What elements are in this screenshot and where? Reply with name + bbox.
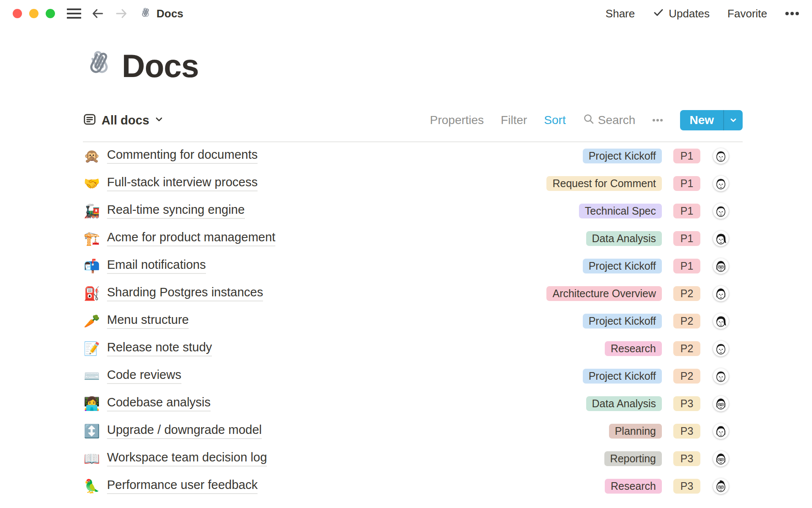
doc-title-link[interactable]: Upgrade / downgrade model (107, 423, 262, 439)
table-row[interactable]: 👩‍💻Codebase analysisData AnalysisP3 (83, 390, 743, 417)
assignee-avatar-man-short-hair (713, 148, 729, 164)
check-icon (653, 6, 664, 21)
doc-title-link[interactable]: Release note study (107, 341, 212, 357)
doc-type-tag[interactable]: Project Kickoff (583, 259, 662, 273)
locomotive-emoji: 🚂 (83, 204, 101, 218)
doc-type-tag[interactable]: Data Analysis (586, 396, 662, 411)
search-button[interactable]: Search (583, 113, 636, 128)
doc-title-link[interactable]: Performance user feedback (107, 478, 258, 494)
sort-button[interactable]: Sort (544, 113, 565, 127)
titlebar-doc-title: Docs (156, 7, 184, 20)
doc-type-tag[interactable]: Research (605, 341, 662, 356)
doc-title-link[interactable]: Real-time syncing engine (107, 203, 245, 219)
doc-title-link[interactable]: Codebase analysis (107, 396, 211, 412)
new-doc-dropdown-icon[interactable] (724, 110, 743, 130)
priority-badge[interactable]: P2 (673, 341, 700, 356)
table-row[interactable]: 📬Email notificationsProject KickoffP1 (83, 252, 743, 280)
table-row[interactable]: ↕️Upgrade / downgrade modelPlanningP3 (83, 417, 743, 445)
more-options-icon[interactable] (785, 11, 799, 16)
doc-title-link[interactable]: Commenting for documents (107, 148, 258, 164)
new-doc-button[interactable]: New (680, 110, 723, 130)
doc-list-icon (83, 113, 96, 128)
doc-type-tag[interactable]: Reporting (604, 451, 662, 466)
assignee-avatar-person-glasses-bob (713, 396, 729, 411)
building-construction-emoji: 🏗️ (83, 232, 101, 245)
priority-badge[interactable]: P2 (673, 314, 700, 329)
view-label: All docs (102, 113, 149, 127)
table-row[interactable]: ⛽Sharding Postgres instancesArchitecture… (83, 280, 743, 307)
minimize-window-button[interactable] (29, 9, 38, 18)
doc-type-tag[interactable]: Technical Spec (579, 204, 662, 218)
assignee-avatar-woman-bob (713, 423, 729, 439)
assignee-avatar-woman-bob (713, 286, 729, 301)
table-row[interactable]: 📖Workspace team decision logReportingP3 (83, 445, 743, 472)
sidebar-menu-icon[interactable] (67, 8, 81, 19)
priority-badge[interactable]: P1 (673, 204, 700, 218)
doc-title-link[interactable]: Code reviews (107, 368, 181, 384)
assignee-avatar-man-stubble (713, 203, 729, 219)
updates-button[interactable]: Updates (653, 6, 710, 21)
share-button[interactable]: Share (606, 7, 635, 20)
close-window-button[interactable] (13, 9, 22, 18)
page-icon-linked-paperclips[interactable] (83, 49, 115, 83)
mailbox-raised-flag-emoji: 📬 (83, 260, 101, 273)
doc-title-link[interactable]: Acme for product management (107, 231, 275, 247)
table-row[interactable]: 🦜Performance user feedbackResearchP3 (83, 472, 743, 500)
assignee-avatar-person-glasses-bob (713, 258, 729, 274)
priority-badge[interactable]: P3 (673, 479, 700, 494)
table-row[interactable]: 🚂Real-time syncing engineTechnical SpecP… (83, 197, 743, 225)
priority-badge[interactable]: P1 (673, 231, 700, 246)
doc-type-tag[interactable]: Data Analysis (586, 231, 662, 246)
forward-arrow-icon[interactable] (114, 6, 129, 21)
priority-badge[interactable]: P3 (673, 396, 700, 411)
priority-badge[interactable]: P1 (673, 149, 700, 163)
table-row[interactable]: 🏗️Acme for product managementData Analys… (83, 225, 743, 252)
woman-technologist-emoji: 👩‍💻 (83, 397, 101, 410)
open-book-emoji: 📖 (83, 452, 101, 465)
doc-type-tag[interactable]: Request for Comment (546, 176, 662, 191)
priority-badge[interactable]: P1 (673, 176, 700, 191)
doc-title-link[interactable]: Sharding Postgres instances (107, 286, 263, 302)
doc-type-tag[interactable]: Research (605, 479, 662, 494)
toolbar-more-icon[interactable] (652, 118, 663, 122)
window-titlebar: Docs Share Updates Favorite (0, 0, 812, 27)
table-row[interactable]: 🥕Menu structureProject KickoffP2 (83, 307, 743, 335)
zoom-window-button[interactable] (46, 9, 55, 18)
keyboard-emoji: ⌨️ (83, 370, 101, 383)
doc-type-tag[interactable]: Architecture Overview (546, 286, 662, 301)
doc-title-link[interactable]: Workspace team decision log (107, 451, 267, 467)
assignee-avatar-woman-side-part (713, 313, 729, 329)
doc-type-tag[interactable]: Project Kickoff (583, 369, 662, 384)
assignee-avatar-man-glasses-quiff (713, 478, 729, 494)
traffic-lights (13, 9, 55, 18)
chevron-down-icon (154, 115, 164, 126)
doc-title-link[interactable]: Full-stack interview process (107, 176, 258, 192)
priority-badge[interactable]: P2 (673, 286, 700, 301)
doc-table: 🙊Commenting for documentsProject Kickoff… (83, 142, 743, 500)
assignee-avatar-person-glasses-bob (713, 451, 729, 467)
priority-badge[interactable]: P3 (673, 451, 700, 466)
new-doc-split-button[interactable]: New (680, 110, 743, 130)
parrot-emoji: 🦜 (83, 480, 101, 493)
assignee-avatar-man-stubble (713, 368, 729, 384)
priority-badge[interactable]: P1 (673, 259, 700, 273)
favorite-button[interactable]: Favorite (727, 7, 767, 20)
filter-button[interactable]: Filter (501, 113, 527, 127)
back-arrow-icon[interactable] (91, 6, 105, 21)
speak-no-evil-monkey-emoji: 🙊 (83, 149, 101, 163)
doc-title-link[interactable]: Menu structure (107, 313, 189, 329)
table-row[interactable]: ⌨️Code reviewsProject KickoffP2 (83, 362, 743, 390)
view-selector[interactable]: All docs (83, 113, 164, 128)
priority-badge[interactable]: P2 (673, 369, 700, 384)
doc-title-link[interactable]: Email notifications (107, 258, 206, 274)
doc-type-tag[interactable]: Project Kickoff (583, 314, 662, 329)
table-row[interactable]: 📝Release note studyResearchP2 (83, 335, 743, 362)
table-row[interactable]: 🤝Full-stack interview processRequest for… (83, 170, 743, 197)
doc-type-tag[interactable]: Planning (609, 424, 662, 439)
priority-badge[interactable]: P3 (673, 424, 700, 439)
table-row[interactable]: 🙊Commenting for documentsProject Kickoff… (83, 142, 743, 170)
doc-type-tag[interactable]: Project Kickoff (583, 149, 662, 163)
properties-button[interactable]: Properties (430, 113, 484, 127)
fuel-pump-emoji: ⛽ (83, 287, 101, 300)
assignee-avatar-man-short-hair (713, 176, 729, 191)
